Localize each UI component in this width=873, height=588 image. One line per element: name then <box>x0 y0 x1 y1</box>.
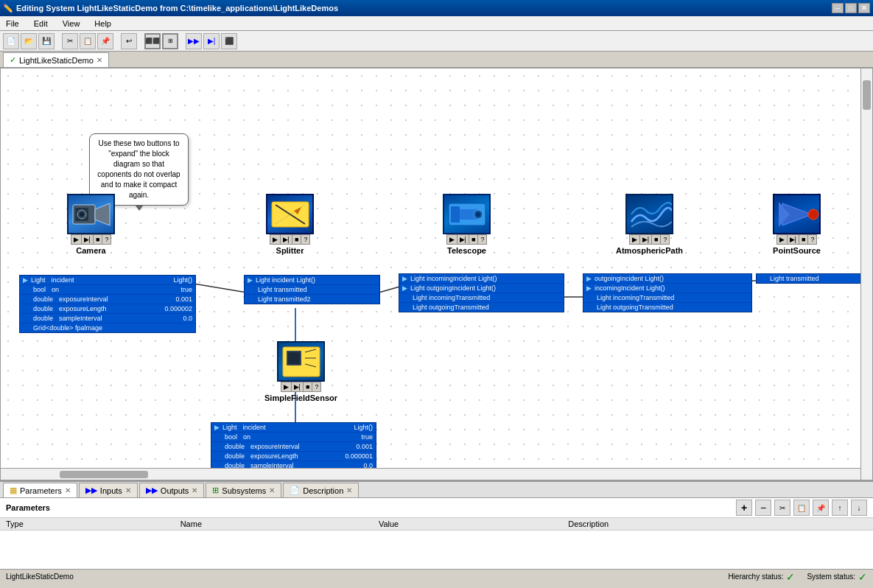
system-status: System status: ✓ <box>807 571 867 583</box>
telescope-step[interactable]: ▶| <box>457 235 469 244</box>
copy-button[interactable]: 📋 <box>80 33 96 49</box>
close-button[interactable]: ✕ <box>858 3 870 13</box>
down-param-button[interactable]: ↓ <box>851 500 867 516</box>
camera-port-4: doublesampleInterval0.0 <box>20 314 195 323</box>
tab-description[interactable]: 📄 Description ✕ <box>283 483 359 497</box>
menu-edit[interactable]: Edit <box>31 18 51 29</box>
description-icon: 📄 <box>290 486 300 495</box>
tab-close-button[interactable]: ✕ <box>97 56 102 64</box>
col-value: Value <box>373 518 562 531</box>
hierarchy-check-icon: ✓ <box>786 571 795 583</box>
atmospheric-block[interactable]: ▶ ▶| ■ ? AtmosphericPath <box>616 194 683 255</box>
maximize-button[interactable]: □ <box>845 3 857 13</box>
telescope-block[interactable]: ▶ ▶| ■ ? Telescope <box>443 194 491 255</box>
horizontal-scrollbar[interactable] <box>1 468 860 480</box>
stop-button[interactable]: ⬛ <box>221 33 237 49</box>
params-close[interactable]: ✕ <box>65 486 71 494</box>
param-table: Type Name Value Description <box>0 518 873 569</box>
atmospheric-controls[interactable]: ▶ ▶| ■ ? <box>629 234 670 245</box>
save-button[interactable]: 💾 <box>38 33 55 49</box>
splitter-block[interactable]: ▶ ▶| ■ ? Splitter <box>266 194 314 255</box>
camera-controls[interactable]: ▶ ▶| ■ ? <box>71 234 112 245</box>
camera-stop[interactable]: ■ <box>94 235 102 244</box>
svg-point-20 <box>808 209 818 220</box>
tab-parameters[interactable]: ▦ Parameters ✕ <box>3 483 77 497</box>
camera-block[interactable]: ▶ ▶| ■ ? Camera <box>67 194 115 255</box>
minimize-button[interactable]: ─ <box>832 3 844 13</box>
sensor-step[interactable]: ▶| <box>292 382 304 391</box>
tab-icon: ✓ <box>10 55 16 65</box>
compact-button[interactable]: ⊞ <box>162 33 178 49</box>
col-type: Type <box>0 518 175 531</box>
splitter-help[interactable]: ? <box>301 235 309 244</box>
inputs-label: Inputs <box>100 486 122 495</box>
cut-param-button[interactable]: ✂ <box>774 500 790 516</box>
pointsource-help[interactable]: ? <box>808 235 816 244</box>
camera-port-2: doubleexposureInterval0.001 <box>20 295 195 304</box>
sensor-run[interactable]: ▶ <box>281 382 292 391</box>
splitter-port-0: ▶Light incident Light() <box>245 276 379 285</box>
add-param-button[interactable]: + <box>736 500 752 516</box>
titlebar-title: Editing System LightLikeStaticDemo from … <box>16 4 338 13</box>
atmospheric-icon <box>625 194 673 234</box>
atmospheric-stop[interactable]: ■ <box>652 235 661 244</box>
telescope-help[interactable]: ? <box>478 235 486 244</box>
copy-param-button[interactable]: 📋 <box>793 500 810 516</box>
camera-run[interactable]: ▶ <box>71 235 82 244</box>
description-close[interactable]: ✕ <box>346 486 352 494</box>
main-tab[interactable]: ✓ LightLikeStaticDemo ✕ <box>3 52 109 67</box>
sensor-block[interactable]: ▶ ▶| ■ ? SimpleFieldSensor <box>264 341 337 402</box>
tabbar: ✓ LightLikeStaticDemo ✕ <box>0 52 873 68</box>
atmospheric-step[interactable]: ▶| <box>640 235 652 244</box>
run-button[interactable]: ▶▶ <box>186 33 202 49</box>
canvas[interactable]: Use these two buttons to "expand" the bl… <box>1 69 872 480</box>
telescope-stop[interactable]: ■ <box>469 235 478 244</box>
pointsource-step[interactable]: ▶| <box>788 235 799 244</box>
paste-button[interactable]: 📌 <box>97 33 113 49</box>
paste-param-button[interactable]: 📌 <box>813 500 829 516</box>
sensor-stop[interactable]: ■ <box>304 382 312 391</box>
menu-help[interactable]: Help <box>91 18 114 29</box>
tab-inputs[interactable]: ▶▶ Inputs ✕ <box>79 483 138 497</box>
telescope-run[interactable]: ▶ <box>447 235 457 244</box>
open-button[interactable]: 📂 <box>21 33 37 49</box>
pointsource-stop[interactable]: ■ <box>799 235 808 244</box>
splitter-run[interactable]: ▶ <box>270 235 281 244</box>
vertical-scrollbar[interactable] <box>860 69 872 480</box>
system-label: System status: <box>807 573 855 581</box>
tab-subsystems[interactable]: ⊞ Subsystems ✕ <box>206 483 281 497</box>
outputs-icon: ▶▶ <box>146 486 158 495</box>
up-param-button[interactable]: ↑ <box>832 500 848 516</box>
undo-button[interactable]: ↩ <box>121 33 137 49</box>
expand-button[interactable]: ⬛⬛ <box>144 33 161 49</box>
remove-param-button[interactable]: − <box>755 500 771 516</box>
menu-file[interactable]: File <box>3 18 22 29</box>
splitter-controls[interactable]: ▶ ▶| ■ ? <box>270 234 311 245</box>
step-button[interactable]: ▶| <box>203 33 220 49</box>
telescope-controls[interactable]: ▶ ▶| ■ ? <box>446 234 488 245</box>
sensor-controls[interactable]: ▶ ▶| ■ ? <box>281 382 322 392</box>
pointsource-block[interactable]: ▶ ▶| ■ ? PointSource <box>773 194 821 255</box>
titlebar-controls[interactable]: ─ □ ✕ <box>832 3 870 13</box>
cut-button[interactable]: ✂ <box>62 33 78 49</box>
menu-view[interactable]: View <box>60 18 83 29</box>
inputs-close[interactable]: ✕ <box>125 486 131 494</box>
splitter-stop[interactable]: ■ <box>292 235 301 244</box>
splitter-step[interactable]: ▶| <box>281 235 292 244</box>
pointsource-icon <box>773 194 821 234</box>
camera-help[interactable]: ? <box>102 235 111 244</box>
pointsource-run[interactable]: ▶ <box>777 235 788 244</box>
telescope-icon <box>443 194 491 234</box>
description-label: Description <box>303 486 343 495</box>
outputs-close[interactable]: ✕ <box>192 486 197 494</box>
atm-port-1: ▶incomingIncident Light() <box>583 284 751 293</box>
atmospheric-run[interactable]: ▶ <box>630 235 640 244</box>
subsystems-close[interactable]: ✕ <box>269 486 275 494</box>
tab-outputs[interactable]: ▶▶ Outputs ✕ <box>139 483 205 497</box>
new-button[interactable]: 📄 <box>3 33 19 49</box>
atmospheric-help[interactable]: ? <box>661 235 669 244</box>
sensor-help[interactable]: ? <box>312 382 320 391</box>
camera-step[interactable]: ▶| <box>82 235 94 244</box>
pointsource-controls[interactable]: ▶ ▶| ■ ? <box>776 234 818 245</box>
tooltip-text: Use these two buttons to "expand" the bl… <box>97 139 180 199</box>
